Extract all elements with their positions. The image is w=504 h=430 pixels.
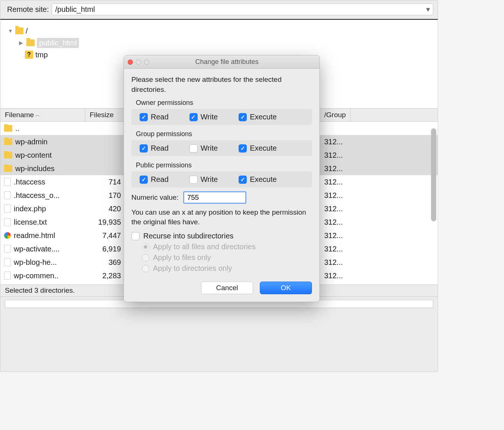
window-controls (128, 60, 149, 65)
checkbox-icon (189, 176, 198, 184)
public-permissions-label: Public permissions (131, 160, 312, 171)
file-name-cell: wp-admin (0, 138, 85, 146)
group-read-checkbox[interactable]: Read (140, 144, 169, 153)
file-name: wp-blog-he... (14, 258, 57, 267)
folder-icon (15, 28, 23, 34)
disclosure-triangle-icon[interactable]: ▶ (19, 40, 24, 46)
column-header-filesize[interactable]: Filesize (85, 109, 126, 121)
sort-ascending-icon: ︿ (35, 112, 40, 118)
numeric-value-row: Numeric value: (131, 191, 312, 204)
ok-button[interactable]: OK (260, 282, 312, 294)
file-size-cell: 170 (85, 191, 126, 200)
status-text: Selected 3 directories. (5, 286, 75, 294)
file-icon (4, 178, 11, 186)
tree-item-label: public_html (37, 38, 79, 48)
file-name: .htaccess (14, 178, 45, 186)
close-icon[interactable] (128, 60, 133, 65)
file-name: index.php (14, 205, 46, 213)
maximize-icon[interactable] (144, 60, 149, 65)
file-icon (4, 205, 11, 213)
group-permissions-row: Read Write Execute (131, 140, 312, 156)
checkbox-icon (140, 144, 148, 153)
checkbox-icon (189, 144, 198, 153)
group-write-checkbox[interactable]: Write (189, 144, 218, 153)
file-group-cell: 312... (320, 138, 343, 146)
checkbox-icon (239, 144, 247, 153)
file-size-cell: 6,919 (85, 245, 126, 253)
folder-icon (4, 138, 12, 145)
column-header-label: Filename (5, 111, 34, 119)
dialog-titlebar[interactable]: Change file attributes (124, 55, 319, 69)
disclosure-triangle-icon[interactable]: ▼ (8, 28, 13, 34)
file-name: wp-admin (15, 138, 48, 146)
folder-icon (26, 39, 35, 46)
dialog-instruction: Please select the new attributes for the… (131, 75, 312, 94)
file-group-cell: 312... (320, 258, 343, 267)
file-group-cell: 312... (320, 191, 343, 200)
owner-execute-checkbox[interactable]: Execute (239, 113, 277, 121)
file-name-cell: index.php (0, 205, 85, 213)
apply-files-radio[interactable]: Apply to files only (142, 253, 312, 262)
file-icon (4, 258, 11, 266)
file-name-cell: license.txt (0, 218, 85, 227)
unknown-folder-icon: ? (25, 51, 33, 59)
scrollbar-thumb[interactable] (431, 128, 436, 221)
owner-write-checkbox[interactable]: Write (189, 113, 218, 121)
dialog-title: Change file attributes (153, 58, 301, 66)
group-permissions-group: Group permissions Read Write Execute (131, 129, 312, 156)
file-name-cell: wp-commen.. (0, 272, 85, 280)
permissions-hint: You can use an x at any position to keep… (131, 208, 312, 227)
numeric-value-input[interactable] (183, 191, 246, 204)
owner-read-checkbox[interactable]: Read (140, 113, 169, 121)
remote-path-value: /public_html (55, 5, 95, 14)
apply-all-radio[interactable]: Apply to all files and directories (142, 243, 312, 251)
radio-icon (142, 243, 149, 251)
public-execute-checkbox[interactable]: Execute (239, 175, 277, 184)
owner-permissions-row: Read Write Execute (131, 109, 312, 125)
file-name: wp-includes (15, 164, 55, 173)
radio-icon (142, 265, 149, 272)
checkbox-icon (189, 113, 198, 121)
file-size-cell: 369 (85, 258, 126, 267)
checkbox-icon (140, 113, 148, 121)
file-size-cell: 7,447 (85, 231, 126, 240)
owner-permissions-label: Owner permissions (131, 97, 312, 108)
column-header-label: /Group (324, 111, 346, 119)
chevron-down-icon[interactable]: ▾ (426, 5, 430, 14)
tree-item-label: tmp (35, 51, 48, 59)
minimize-icon[interactable] (136, 60, 141, 65)
radio-icon (142, 254, 149, 261)
file-icon (4, 272, 11, 280)
public-write-checkbox[interactable]: Write (189, 175, 218, 184)
numeric-value-label: Numeric value: (131, 193, 179, 202)
tree-root-row[interactable]: ▼ / (8, 25, 430, 37)
file-group-cell: 312... (320, 231, 343, 240)
folder-icon (4, 125, 12, 132)
column-header-group[interactable]: /Group (320, 109, 351, 121)
remote-path-combobox[interactable]: /public_html ▾ (52, 3, 433, 15)
column-header-label: Filesize (90, 111, 114, 119)
public-permissions-row: Read Write Execute (131, 171, 312, 187)
checkbox-icon (239, 113, 247, 121)
file-icon (4, 245, 11, 253)
file-name: license.txt (14, 218, 47, 227)
tree-item-public-html[interactable]: ▶ public_html (8, 37, 430, 49)
file-name-cell: wp-activate.... (0, 245, 85, 253)
remote-site-row: Remote site: /public_html ▾ (0, 0, 438, 20)
tree-root-label: / (26, 27, 28, 35)
column-header-filename[interactable]: Filename ︿ (0, 109, 85, 121)
file-group-cell: 312... (320, 205, 343, 213)
public-permissions-group: Public permissions Read Write Execute (131, 160, 312, 187)
cancel-button[interactable]: Cancel (201, 282, 253, 294)
group-execute-checkbox[interactable]: Execute (239, 144, 277, 153)
apply-dirs-radio[interactable]: Apply to directories only (142, 264, 312, 273)
change-file-attributes-dialog: Change file attributes Please select the… (124, 55, 320, 302)
recurse-checkbox[interactable]: Recurse into subdirectories (131, 232, 312, 240)
checkbox-icon (140, 176, 148, 184)
public-read-checkbox[interactable]: Read (140, 175, 169, 184)
file-name: wp-activate.... (14, 245, 60, 253)
file-group-cell: 312... (320, 218, 343, 227)
file-group-cell: 312... (320, 178, 343, 186)
file-name: wp-commen.. (14, 272, 58, 280)
file-name-cell: wp-content (0, 151, 85, 160)
